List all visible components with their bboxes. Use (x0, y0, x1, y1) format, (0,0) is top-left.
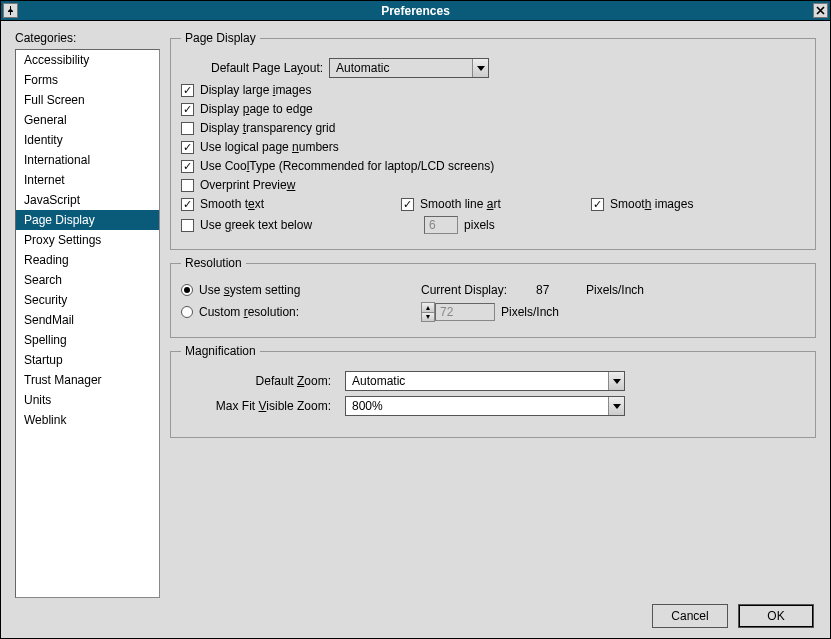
sidebar-item-accessibility[interactable]: Accessibility (16, 50, 159, 70)
max-fit-zoom-dropdown[interactable]: 800% (345, 396, 625, 416)
checkbox-cooltype[interactable]: ✓ (181, 160, 194, 173)
sidebar-item-units[interactable]: Units (16, 390, 159, 410)
sidebar-item-trust-manager[interactable]: Trust Manager (16, 370, 159, 390)
sidebar-item-search[interactable]: Search (16, 270, 159, 290)
label-smooth-line-art: Smooth line art (420, 197, 501, 211)
label-use-system: Use system setting (199, 283, 300, 297)
label-smooth-text: Smooth text (200, 197, 264, 211)
label-overprint-preview: Overprint Preview (200, 178, 295, 192)
radio-custom-resolution[interactable] (181, 306, 193, 318)
sidebar-item-general[interactable]: General (16, 110, 159, 130)
radio-use-system[interactable] (181, 284, 193, 296)
default-layout-dropdown[interactable]: Automatic (329, 58, 489, 78)
spinner-down-icon[interactable]: ▼ (422, 313, 434, 322)
checkbox-overprint-preview[interactable] (181, 179, 194, 192)
spinner-up-icon[interactable]: ▲ (422, 303, 434, 313)
cancel-button[interactable]: Cancel (652, 604, 728, 628)
magnification-legend: Magnification (181, 344, 260, 358)
checkbox-transparency-grid[interactable] (181, 122, 194, 135)
label-logical-page-numbers: Use logical page numbers (200, 140, 339, 154)
label-large-images: Display large images (200, 83, 311, 97)
greek-pixels-unit: pixels (464, 218, 495, 232)
sidebar-item-weblink[interactable]: Weblink (16, 410, 159, 430)
greek-pixels-input[interactable] (424, 216, 458, 234)
label-page-to-edge: Display page to edge (200, 102, 313, 116)
page-display-group: Page Display Default Page Layout: Automa… (170, 31, 816, 250)
window-title: Preferences (381, 4, 450, 18)
close-icon[interactable] (813, 3, 828, 18)
default-zoom-label: Default Zoom: (181, 374, 331, 388)
checkbox-page-to-edge[interactable]: ✓ (181, 103, 194, 116)
chevron-down-icon[interactable] (608, 372, 624, 390)
resolution-spinner[interactable]: ▲ ▼ (421, 302, 435, 322)
label-greek-text: Use greek text below (200, 218, 312, 232)
checkbox-smooth-text[interactable]: ✓ (181, 198, 194, 211)
label-transparency-grid: Display transparency grid (200, 121, 335, 135)
sidebar-item-reading[interactable]: Reading (16, 250, 159, 270)
default-layout-label: Default Page Layout: (211, 61, 323, 75)
checkbox-smooth-line-art[interactable]: ✓ (401, 198, 414, 211)
max-fit-zoom-label: Max Fit Visible Zoom: (181, 399, 331, 413)
chevron-down-icon[interactable] (608, 397, 624, 415)
content-area: Categories: AccessibilityFormsFull Scree… (1, 21, 830, 638)
label-smooth-images: Smooth images (610, 197, 693, 211)
sidebar-item-page-display[interactable]: Page Display (16, 210, 159, 230)
chevron-down-icon[interactable] (472, 59, 488, 77)
custom-resolution-unit: Pixels/Inch (501, 305, 559, 319)
resolution-group: Resolution Use system setting Current Di… (170, 256, 816, 338)
categories-list[interactable]: AccessibilityFormsFull ScreenGeneralIden… (15, 49, 160, 598)
preferences-window: Preferences Categories: AccessibilityFor… (0, 0, 831, 639)
current-display-unit: Pixels/Inch (586, 283, 644, 297)
sidebar-item-spelling[interactable]: Spelling (16, 330, 159, 350)
default-zoom-dropdown[interactable]: Automatic (345, 371, 625, 391)
sidebar-item-javascript[interactable]: JavaScript (16, 190, 159, 210)
pin-icon[interactable] (3, 3, 18, 18)
sidebar-item-internet[interactable]: Internet (16, 170, 159, 190)
custom-resolution-input[interactable] (435, 303, 495, 321)
sidebar-item-identity[interactable]: Identity (16, 130, 159, 150)
page-display-legend: Page Display (181, 31, 260, 45)
checkbox-greek-text[interactable] (181, 219, 194, 232)
current-display-value: 87 (536, 283, 586, 297)
magnification-group: Magnification Default Zoom: Automatic (170, 344, 816, 438)
titlebar: Preferences (1, 1, 830, 21)
sidebar-item-international[interactable]: International (16, 150, 159, 170)
resolution-legend: Resolution (181, 256, 246, 270)
checkbox-logical-page-numbers[interactable]: ✓ (181, 141, 194, 154)
sidebar-item-security[interactable]: Security (16, 290, 159, 310)
ok-button[interactable]: OK (738, 604, 814, 628)
categories-label: Categories: (15, 31, 160, 45)
sidebar-item-sendmail[interactable]: SendMail (16, 310, 159, 330)
sidebar-item-proxy-settings[interactable]: Proxy Settings (16, 230, 159, 250)
sidebar-item-full-screen[interactable]: Full Screen (16, 90, 159, 110)
sidebar-item-startup[interactable]: Startup (16, 350, 159, 370)
sidebar-item-forms[interactable]: Forms (16, 70, 159, 90)
label-cooltype: Use CoolType (Recommended for laptop/LCD… (200, 159, 494, 173)
current-display-label: Current Display: (421, 283, 536, 297)
checkbox-smooth-images[interactable]: ✓ (591, 198, 604, 211)
checkbox-large-images[interactable]: ✓ (181, 84, 194, 97)
label-custom-resolution: Custom resolution: (199, 305, 299, 319)
